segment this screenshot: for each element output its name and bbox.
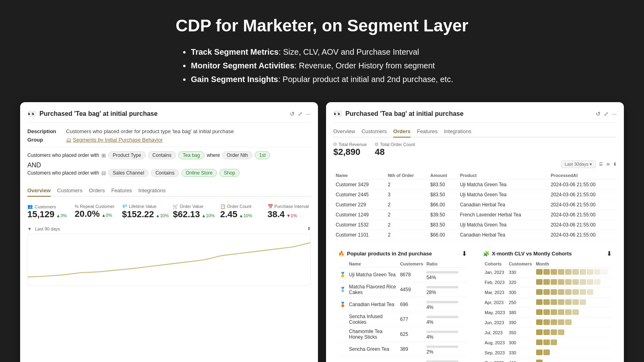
popular-products-title: 🔥 Popular products in 2nd purchase: [338, 251, 432, 257]
metric-interval-label: 📅 Purchase Interval: [268, 204, 311, 209]
filter1-op: Contains: [148, 151, 176, 159]
col-nth: Nth of Order: [385, 171, 428, 180]
cohort-cells: [534, 288, 612, 298]
cohort-cells: [534, 267, 612, 278]
table-row: Customer 34292$83.50Uji Matcha Green Tea…: [333, 180, 617, 190]
popular-products-card: 🔥 Popular products in 2nd purchase ⬇ Nam…: [333, 245, 472, 362]
cohort-header-row: Cohorts Customers Month: [483, 261, 612, 267]
metric-aov-value: $62.13: [173, 209, 200, 220]
panels-container: 👀 Purchased 'Tea bag' at initial purchas…: [0, 94, 644, 362]
filter2-val2: Shop: [219, 169, 239, 177]
table-header-row: Name Nth of Order Amount Product Process…: [333, 171, 617, 180]
cohort-customers: 390: [507, 318, 534, 328]
group-link[interactable]: 🗂 Segments by Initial Purchase Behavior: [66, 137, 163, 143]
metric-orders-delta: ▲10%: [239, 213, 252, 218]
metrics-row: 👥 Customers 15,129 ▲3% % Repeat Customer…: [27, 202, 311, 222]
metric-ltv-label: 💎 Lifetime Value: [122, 204, 169, 209]
tab-features-right[interactable]: Features: [417, 128, 438, 138]
more-icon-right[interactable]: ···: [612, 111, 617, 117]
cohort-row: Apr, 2023250: [483, 298, 612, 308]
grid-icon: ⊞: [101, 152, 106, 158]
tab-features[interactable]: Features: [111, 187, 132, 197]
download-icon[interactable]: ⬇: [307, 226, 311, 231]
metric-aov-label: 🛒 Order Value: [173, 204, 216, 209]
tab-customers-right[interactable]: Customers: [361, 128, 387, 138]
kpi-order-count: ⊙ Total Order Count 48: [375, 142, 415, 157]
cohort-customers: 330: [507, 348, 534, 358]
metric-customers-value: 15,129: [27, 209, 54, 220]
tab-overview[interactable]: Overview: [27, 187, 51, 197]
cohort-row: Jun, 2023390: [483, 318, 612, 328]
table-cell-2: $83.50: [428, 220, 458, 230]
download-clv-icon[interactable]: ⬇: [607, 250, 612, 257]
revenue-icon: ⊙: [333, 142, 337, 147]
people-icon: 👥: [27, 204, 33, 209]
cohort-row: Jul, 2023350: [483, 328, 612, 338]
product-ratio: 4%: [425, 312, 467, 327]
table-controls: Last 30days ▾ ☰ ≋ ⬇: [333, 160, 617, 168]
expand-icon[interactable]: ⤢: [298, 111, 303, 117]
clv-header: 🧩 X-month CLV vs Montly Cohorts ⬇: [483, 250, 612, 257]
bullet-2: Monitor Segment Activities: Revenue, Ord…: [191, 59, 453, 72]
cohort-customers: 300: [507, 338, 534, 348]
cohort-label: Jun, 2023: [483, 318, 507, 328]
cohort-cells: [534, 338, 612, 348]
date-range-badge[interactable]: Last 30days ▾: [561, 160, 596, 168]
download-popular-icon[interactable]: ⬇: [462, 250, 467, 257]
group-label: Group: [27, 137, 60, 143]
table-cell-2: $83.50: [428, 180, 458, 190]
product-customers: 386: [398, 357, 425, 362]
chart-area: ▼ Last 90 days ⬇: [27, 226, 311, 286]
clv-cohorts-card: 🧩 X-month CLV vs Montly Cohorts ⬇ Cohort…: [478, 245, 617, 362]
chart-date-filter[interactable]: Last 90 days: [35, 226, 60, 231]
metric-repeat-value: 20.0%: [75, 209, 100, 219]
col-pop-customers: Customers: [398, 261, 425, 267]
product-rank: [338, 342, 347, 357]
kpi-revenue-value: $2,890: [333, 147, 367, 157]
popular-product-row: Assam Black Tea386 2%: [338, 357, 467, 362]
cohort-customers: 380: [507, 308, 534, 318]
popular-product-row: 🥇Uji Matcha Green Tea8678 54%: [338, 267, 467, 282]
tab-integrations-right[interactable]: Integrations: [444, 128, 471, 138]
description-value: Customers who placed order for product t…: [66, 128, 234, 134]
list-icon[interactable]: ☰: [599, 162, 603, 167]
orders-tabs: Overview Customers Orders Features Integ…: [333, 128, 617, 138]
tab-overview-right[interactable]: Overview: [333, 128, 355, 138]
filter1-where: where: [207, 152, 220, 158]
chart-icon[interactable]: ≋: [606, 162, 610, 167]
tab-orders-right[interactable]: Orders: [393, 128, 411, 138]
page-title: CDP for Marketer, on Segment Layer: [8, 16, 636, 35]
table-cell-4: 2024-03-06 21:55:00: [548, 180, 617, 190]
tab-orders[interactable]: Orders: [89, 187, 105, 197]
product-rank: 🥉: [338, 297, 347, 312]
table-cell-4: 2024-03-06 21:55:00: [548, 190, 617, 200]
table-cell-0: Customer 3429: [333, 180, 385, 190]
filter-section: Customers who placed order with ⊞ Produc…: [27, 147, 311, 183]
col-cohort: Cohorts: [483, 261, 507, 267]
table-cell-3: Uji Matcha Green Tea: [458, 190, 548, 200]
tab-customers[interactable]: Customers: [57, 187, 83, 197]
table-row: Customer 11012$66.00Canadian Herbal Tea2…: [333, 230, 617, 240]
filter2-prefix: Customers who placed order with: [27, 170, 99, 176]
expand-icon-right[interactable]: ⤢: [604, 111, 609, 117]
left-panel-title: Purchased 'Tea bag' at initial purchase: [39, 110, 287, 117]
refresh-icon[interactable]: ↺: [290, 111, 295, 117]
product-rank: 🥈: [338, 282, 347, 297]
cohort-label: May, 2023: [483, 308, 507, 318]
cohort-cells: [534, 348, 612, 358]
filter1-field: Product Type: [108, 151, 146, 159]
more-icon[interactable]: ···: [306, 111, 311, 117]
popular-product-row: Sencha Infused Cookies677 4%: [338, 312, 467, 327]
table-cell-0: Customer 229: [333, 200, 385, 210]
table-cell-1: 2: [385, 230, 428, 240]
download-table-icon[interactable]: ⬇: [613, 162, 617, 167]
refresh-icon-right[interactable]: ↺: [596, 111, 601, 117]
tab-integrations[interactable]: Integrations: [138, 187, 166, 197]
left-tabs: Overview Customers Orders Features Integ…: [27, 187, 311, 197]
product-rank: 🥇: [338, 267, 347, 282]
product-customers: 8678: [398, 267, 425, 282]
table-cell-4: 2024-03-06 21:55:00: [548, 220, 617, 230]
right-panel-title: Purchased 'Tea bag' at initial purchase: [345, 110, 592, 117]
hero-section: CDP for Marketer, on Segment Layer Track…: [0, 0, 644, 94]
clv-icon: 🧩: [483, 251, 489, 257]
